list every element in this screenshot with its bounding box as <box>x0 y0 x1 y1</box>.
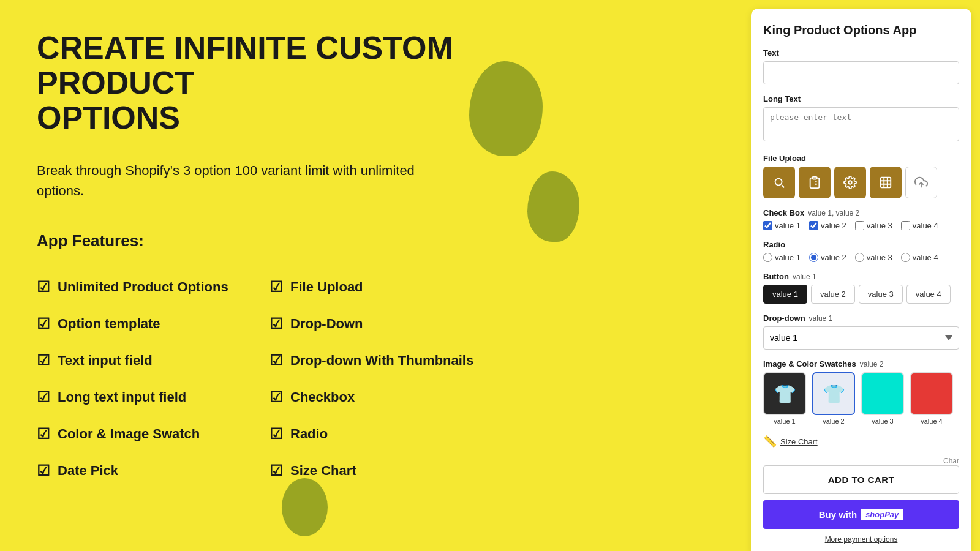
feature-item-4: ☑ Text input field <box>37 342 270 379</box>
text-field-section: Text <box>763 48 959 84</box>
text-field-label: Text <box>763 48 959 58</box>
radio-row: value 1 value 2 value 3 value 4 <box>763 253 959 262</box>
swatch-box-3 <box>910 372 953 415</box>
button-option-section: Button value 1 value 1 value 2 value 3 v… <box>763 272 959 304</box>
radio-input-3[interactable] <box>901 253 910 262</box>
checkbox-input-1[interactable] <box>809 221 818 230</box>
check-icon-0: ☑ <box>37 279 50 296</box>
file-btn-clipboard[interactable] <box>799 167 831 198</box>
feature-item-3: ☑ Drop-Down <box>270 305 502 342</box>
btn-option-0[interactable]: value 1 <box>763 285 807 304</box>
checkbox-input-3[interactable] <box>901 221 910 230</box>
radio-input-0[interactable] <box>763 253 772 262</box>
check-icon-10: ☑ <box>37 462 50 479</box>
decorative-blob-1 <box>469 61 543 156</box>
add-to-cart-button[interactable]: ADD TO CART <box>763 465 959 494</box>
file-upload-row <box>763 167 959 198</box>
swatch-box-2 <box>861 372 904 415</box>
checkbox-item-0[interactable]: value 1 <box>763 221 801 230</box>
more-payment-options[interactable]: More payment options <box>763 535 959 544</box>
file-btn-table[interactable] <box>870 167 902 198</box>
decorative-blob-3 <box>282 478 328 536</box>
button-option-label: Button value 1 <box>763 272 959 281</box>
radio-label: Radio <box>763 240 959 249</box>
size-chart-icon: 📏 <box>763 435 777 448</box>
radio-item-2[interactable]: value 3 <box>855 253 892 262</box>
radio-input-2[interactable] <box>855 253 864 262</box>
checkbox-section: Check Box value 1, value 2 value 1 value… <box>763 208 959 230</box>
decorative-blob-2 <box>527 171 579 242</box>
btn-option-3[interactable]: value 4 <box>907 285 951 304</box>
file-btn-settings[interactable] <box>834 167 866 198</box>
shoppay-logo: shopPay <box>861 509 903 520</box>
check-icon-5: ☑ <box>270 352 283 369</box>
feature-item-8: ☑ Color & Image Swatch <box>37 416 270 452</box>
longtext-field-label: Long Text <box>763 94 959 103</box>
file-btn-search[interactable] <box>763 167 795 198</box>
feature-item-10: ☑ Date Pick <box>37 452 270 489</box>
dropdown-label: Drop-down value 1 <box>763 313 959 323</box>
dropdown-section: Drop-down value 1 value 1 value 2 value … <box>763 313 959 350</box>
checkbox-item-2[interactable]: value 3 <box>855 221 892 230</box>
radio-item-0[interactable]: value 1 <box>763 253 801 262</box>
checkbox-input-0[interactable] <box>763 221 772 230</box>
btn-option-2[interactable]: value 3 <box>859 285 903 304</box>
btn-option-1[interactable]: value 2 <box>811 285 855 304</box>
swatch-item-2[interactable]: value 3 <box>861 372 904 425</box>
swatch-item-1[interactable]: 👕 value 2 <box>812 372 855 425</box>
checkbox-row: value 1 value 2 value 3 value 4 <box>763 221 959 230</box>
feature-item-0: ☑ Unlimited Product Options <box>37 269 270 305</box>
check-icon-4: ☑ <box>37 352 50 369</box>
checkbox-item-3[interactable]: value 4 <box>901 221 938 230</box>
svg-rect-0 <box>812 177 816 179</box>
radio-input-1[interactable] <box>809 253 818 262</box>
size-chart-link[interactable]: 📏 Size Chart <box>763 435 959 448</box>
features-heading: App Features: <box>37 231 726 250</box>
feature-item-5: ☑ Drop-down With Thumbnails <box>270 342 502 379</box>
button-option-group: value 1 value 2 value 3 value 4 <box>763 285 959 304</box>
check-icon-1: ☑ <box>270 279 283 296</box>
fileupload-label: File Upload <box>763 154 959 163</box>
swatch-box-0: 👕 <box>763 372 806 415</box>
feature-item-9: ☑ Radio <box>270 416 502 452</box>
page-title: CREATE INFINITE CUSTOM PRODUCT OPTIONS <box>37 31 466 136</box>
check-icon-8: ☑ <box>37 425 50 443</box>
feature-item-2: ☑ Option template <box>37 305 270 342</box>
subtitle: Break through Shopify's 3 option 100 var… <box>37 160 435 201</box>
text-input[interactable] <box>763 61 959 84</box>
longtext-field-section: Long Text <box>763 94 959 144</box>
checkbox-label: Check Box value 1, value 2 <box>763 208 959 217</box>
longtext-input[interactable] <box>763 107 959 141</box>
radio-item-1[interactable]: value 2 <box>809 253 846 262</box>
radio-section: Radio value 1 value 2 value 3 value 4 <box>763 240 959 262</box>
checkbox-item-1[interactable]: value 2 <box>809 221 846 230</box>
swatches-section: Image & Color Swatches value 2 👕 value 1… <box>763 359 959 425</box>
feature-item-7: ☑ Checkbox <box>270 379 502 416</box>
swatches-label: Image & Color Swatches value 2 <box>763 359 959 369</box>
check-icon-11: ☑ <box>270 462 283 479</box>
buy-now-button[interactable]: Buy with shopPay <box>763 500 959 529</box>
feature-item-6: ☑ Long text input field <box>37 379 270 416</box>
swatches-row: 👕 value 1 👕 value 2 value 3 <box>763 372 959 425</box>
check-icon-9: ☑ <box>270 425 283 443</box>
svg-point-1 <box>848 181 852 184</box>
char-count: Char <box>763 457 959 465</box>
product-options-panel: King Product Options App Text Long Text … <box>751 9 971 551</box>
feature-item-1: ☑ File Upload <box>270 269 502 305</box>
dropdown-select[interactable]: value 1 value 2 value 3 value 4 <box>763 326 959 350</box>
file-btn-upload[interactable] <box>905 167 937 198</box>
check-icon-7: ☑ <box>270 389 283 406</box>
check-icon-3: ☑ <box>270 315 283 332</box>
main-content: CREATE INFINITE CUSTOM PRODUCT OPTIONS B… <box>0 0 751 551</box>
check-icon-2: ☑ <box>37 315 50 332</box>
swatch-item-3[interactable]: value 4 <box>910 372 953 425</box>
checkbox-input-2[interactable] <box>855 221 864 230</box>
svg-rect-2 <box>881 178 891 188</box>
swatch-item-0[interactable]: 👕 value 1 <box>763 372 806 425</box>
swatch-box-1: 👕 <box>812 372 855 415</box>
check-icon-6: ☑ <box>37 389 50 406</box>
fileupload-section: File Upload <box>763 154 959 198</box>
radio-item-3[interactable]: value 4 <box>901 253 938 262</box>
panel-title: King Product Options App <box>763 23 959 37</box>
features-grid: ☑ Unlimited Product Options ☑ File Uploa… <box>37 269 502 489</box>
